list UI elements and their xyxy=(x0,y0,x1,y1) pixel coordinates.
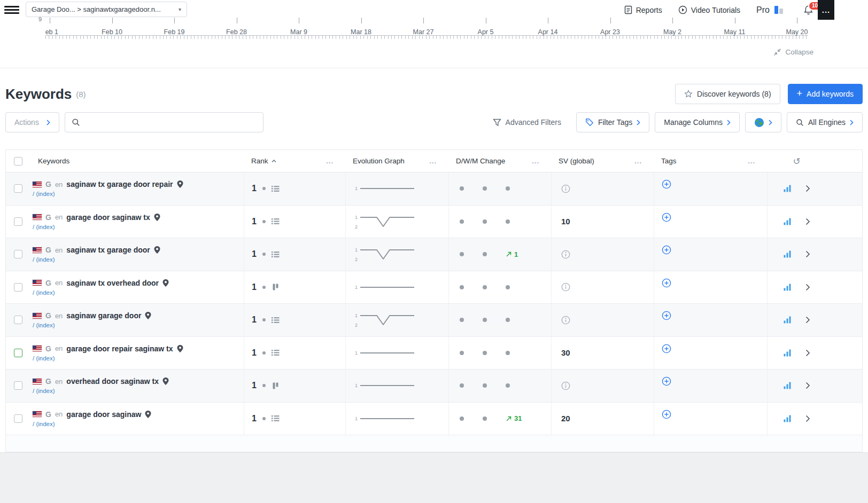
evolution-graph-cell[interactable]: 12 xyxy=(345,304,448,336)
ranking-details-chart-icon[interactable] xyxy=(784,284,792,291)
row-expand-chevron[interactable] xyxy=(805,218,810,225)
column-menu-icon[interactable]: ... xyxy=(634,157,646,165)
ranked-url[interactable]: / (index) xyxy=(33,224,244,230)
ranking-details-chart-icon[interactable] xyxy=(784,218,792,225)
location-selector-button[interactable] xyxy=(745,112,781,132)
select-all-checkbox[interactable] xyxy=(14,157,22,166)
info-icon[interactable] xyxy=(561,282,570,292)
row-checkbox[interactable] xyxy=(14,217,22,226)
serp-features-icon[interactable] xyxy=(272,284,280,290)
keyword-search-box[interactable] xyxy=(65,112,264,132)
add-tag-icon[interactable] xyxy=(662,311,671,320)
advanced-filters-button[interactable]: Advanced Filters xyxy=(493,118,561,127)
info-icon[interactable] xyxy=(561,184,570,193)
ranked-url[interactable]: / (index) xyxy=(33,322,244,328)
filter-tags-button[interactable]: Filter Tags xyxy=(576,112,649,132)
keyword-text[interactable]: saginaw garage door xyxy=(66,311,141,320)
row-expand-chevron[interactable] xyxy=(805,316,810,324)
row-expand-chevron[interactable] xyxy=(805,349,810,357)
row-checkbox[interactable] xyxy=(14,414,22,423)
ranked-url[interactable]: / (index) xyxy=(33,191,244,197)
info-icon[interactable] xyxy=(561,250,570,259)
column-header-evolution[interactable]: Evolution Graph ... xyxy=(345,150,448,172)
column-header-rank[interactable]: Rank ... xyxy=(244,150,345,172)
row-checkbox[interactable] xyxy=(14,381,22,390)
column-header-dwm[interactable]: D/W/M Change ... xyxy=(448,150,551,172)
column-menu-icon[interactable]: ... xyxy=(429,157,441,165)
add-tag-icon[interactable] xyxy=(662,410,671,419)
keyword-text[interactable]: saginaw tx garage door xyxy=(66,246,150,254)
add-tag-icon[interactable] xyxy=(662,344,671,353)
ranking-details-chart-icon[interactable] xyxy=(784,250,792,258)
serp-features-icon[interactable] xyxy=(272,415,280,422)
evolution-graph-cell[interactable]: 12 xyxy=(345,206,448,238)
reset-sort-icon[interactable]: ↺ xyxy=(793,156,800,167)
row-checkbox[interactable] xyxy=(14,283,22,292)
row-expand-chevron[interactable] xyxy=(805,185,810,192)
ranked-url[interactable]: / (index) xyxy=(33,388,244,394)
row-checkbox[interactable] xyxy=(14,349,22,357)
column-header-tags[interactable]: Tags ... xyxy=(654,150,767,172)
keyword-text[interactable]: saginaw tx garage door repair xyxy=(66,180,173,188)
serp-features-icon[interactable] xyxy=(272,317,280,324)
ranking-details-chart-icon[interactable] xyxy=(784,382,792,389)
keyword-text[interactable]: garage door repair saginaw tx xyxy=(66,344,173,353)
column-header-keywords[interactable]: Keywords xyxy=(30,150,244,172)
serp-features-icon[interactable] xyxy=(272,218,280,225)
info-icon[interactable] xyxy=(561,381,570,390)
column-menu-icon[interactable]: ... xyxy=(532,157,544,165)
all-engines-button[interactable]: All Engines xyxy=(787,112,863,132)
row-expand-chevron[interactable] xyxy=(805,382,810,389)
collapse-chart-button[interactable]: Collapse xyxy=(773,48,813,56)
add-tag-icon[interactable] xyxy=(662,278,671,288)
add-tag-icon[interactable] xyxy=(662,376,671,386)
keyword-text[interactable]: garage door saginaw tx xyxy=(66,213,150,222)
keyword-text[interactable]: saginaw tx overhead door xyxy=(66,279,159,287)
ranking-details-chart-icon[interactable] xyxy=(784,415,792,422)
add-tag-icon[interactable] xyxy=(662,179,671,189)
notifications-button[interactable]: 10+ xyxy=(803,5,813,15)
serp-features-icon[interactable] xyxy=(272,251,280,258)
keyword-text[interactable]: garage door saginaw xyxy=(66,410,141,419)
keyword-text[interactable]: overhead door saginaw tx xyxy=(66,377,159,386)
row-expand-chevron[interactable] xyxy=(805,415,810,422)
ranked-url[interactable]: / (index) xyxy=(33,289,244,296)
row-checkbox[interactable] xyxy=(14,184,22,193)
column-header-sv[interactable]: SV (global) ... xyxy=(551,150,654,172)
serp-features-icon[interactable] xyxy=(272,349,280,356)
evolution-graph-cell[interactable]: 12 xyxy=(345,238,448,271)
manage-columns-button[interactable]: Manage Columns xyxy=(655,112,740,132)
video-tutorials-link[interactable]: Video Tutorials xyxy=(678,5,740,14)
discover-keywords-button[interactable]: Discover keywords (8) xyxy=(675,84,780,104)
project-selector-dropdown[interactable]: Garage Doo... > saginawtxgaragedoor.n...… xyxy=(26,2,187,17)
apps-menu-button[interactable]: ... xyxy=(818,0,834,20)
evolution-graph-cell[interactable]: 1 xyxy=(345,172,448,205)
hamburger-menu-icon[interactable] xyxy=(4,4,19,16)
evolution-graph-cell[interactable]: 1 xyxy=(345,370,448,402)
row-expand-chevron[interactable] xyxy=(805,250,810,258)
ranked-url[interactable]: / (index) xyxy=(33,256,244,263)
serp-features-icon[interactable] xyxy=(272,185,280,192)
ranking-details-chart-icon[interactable] xyxy=(784,349,792,357)
ranked-url[interactable]: / (index) xyxy=(33,421,244,427)
row-checkbox[interactable] xyxy=(14,316,22,324)
ranking-details-chart-icon[interactable] xyxy=(784,185,792,192)
row-expand-chevron[interactable] xyxy=(805,284,810,291)
evolution-graph-cell[interactable]: 1 xyxy=(345,403,448,435)
row-checkbox[interactable] xyxy=(14,250,22,258)
add-tag-icon[interactable] xyxy=(662,245,671,255)
add-tag-icon[interactable] xyxy=(662,213,671,222)
reports-link[interactable]: Reports xyxy=(624,5,662,14)
ranked-url[interactable]: / (index) xyxy=(33,355,244,361)
pro-plan-indicator[interactable]: Pro xyxy=(756,5,783,15)
column-menu-icon[interactable]: ... xyxy=(326,157,338,165)
info-icon[interactable] xyxy=(561,316,570,325)
keyword-search-input[interactable] xyxy=(84,118,257,127)
evolution-graph-cell[interactable]: 1 xyxy=(345,271,448,304)
column-menu-icon[interactable]: ... xyxy=(748,157,759,165)
actions-dropdown[interactable]: Actions xyxy=(5,112,59,132)
ranking-details-chart-icon[interactable] xyxy=(784,316,792,324)
serp-features-icon[interactable] xyxy=(272,382,280,389)
add-keywords-button[interactable]: + Add keywords xyxy=(788,84,863,104)
evolution-graph-cell[interactable]: 1 xyxy=(345,337,448,370)
